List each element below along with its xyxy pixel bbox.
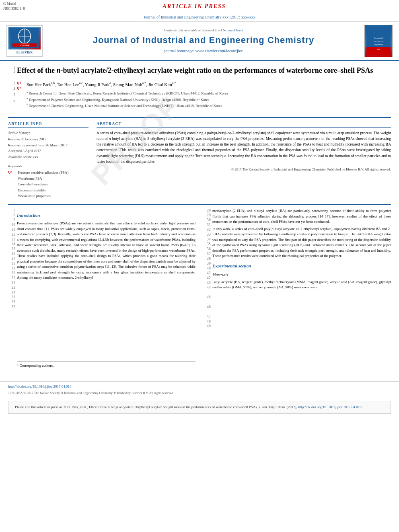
ln-25: 25 bbox=[8, 295, 15, 300]
keyword-2: Waterborne PSA bbox=[18, 176, 88, 181]
rln-49: 49 bbox=[204, 324, 211, 329]
affiliation-a: a Research Center for Green Fine Chemica… bbox=[27, 90, 391, 97]
received-date: Received 8 February 2017 bbox=[8, 137, 88, 142]
introduction-text: Pressure-sensitive adhesives (PSAs) are … bbox=[17, 221, 195, 281]
rln-28: 28 bbox=[204, 208, 211, 213]
article-info-abstract-section: ARTICLE INFO Article history: Received 8… bbox=[8, 121, 391, 200]
model-label: G Model bbox=[3, 2, 25, 6]
rln-45: 45 bbox=[204, 295, 211, 300]
rln-40: 40 bbox=[204, 266, 211, 271]
left-line-numbers: 7 8 9 10 11 12 13 14 15 16 17 18 19 20 2… bbox=[8, 208, 17, 368]
article-in-press-label: Article in Press bbox=[25, 2, 364, 11]
ln-19: 19 bbox=[8, 266, 15, 271]
article-title: Effect of the n-butyl acrylate/2-ethylhe… bbox=[17, 66, 391, 75]
q3-label: Q3 bbox=[8, 170, 16, 175]
cover-svg: Journal of Industrial and Engineering JI… bbox=[366, 27, 391, 55]
ln-17: 17 bbox=[8, 257, 15, 261]
jiec-code: JIEC 3382 1–8 bbox=[3, 6, 25, 11]
affiliation-c: c Department of Chemical Engineering, Ul… bbox=[27, 103, 391, 109]
ln-10: 10 bbox=[8, 223, 15, 228]
contents-text: Contents lists available at ScienceDirec… bbox=[164, 28, 222, 32]
ln-26: 26 bbox=[8, 300, 15, 305]
keyword-3: Core–shell emulsion bbox=[18, 182, 88, 187]
header-divider bbox=[8, 117, 391, 118]
rln-36: 36 bbox=[204, 247, 211, 252]
q2-label: Q2 bbox=[17, 86, 25, 90]
ln-7: 7 bbox=[8, 208, 15, 213]
journal-link-bar: Journal of Industrial and Engineering Ch… bbox=[0, 13, 399, 22]
article-info-column: ARTICLE INFO Article history: Received 8… bbox=[8, 121, 88, 200]
abstract-divider bbox=[8, 204, 391, 205]
rln-46: 46 bbox=[204, 305, 211, 310]
sciencedirect-link[interactable]: ScienceDirect bbox=[223, 28, 243, 32]
ln-27: 27 bbox=[8, 305, 15, 310]
rln-41: 41 bbox=[204, 271, 211, 276]
main-content: 1 2 Effect of the n-butyl acrylate/2-eth… bbox=[0, 61, 399, 374]
svg-text:Journal of: Journal of bbox=[374, 37, 383, 39]
journal-name: Journal of Industrial and Engineering Ch… bbox=[43, 34, 364, 47]
ln-23: 23 bbox=[8, 286, 15, 290]
revised-date: Received in revised form 26 March 2017 bbox=[8, 143, 88, 148]
materials-text: Butyl acrylate (BA, reagent grade), meth… bbox=[212, 279, 391, 290]
rln-32: 32 bbox=[204, 228, 211, 232]
journal-header: ELSEVIER ELSEVIER Contents lists availab… bbox=[0, 22, 399, 61]
journal-homepage: journal homepage: www.elsevier.com/locat… bbox=[43, 48, 364, 54]
homepage-url[interactable]: www.elsevier.com/locate/jiec bbox=[195, 49, 243, 53]
citation-box: Please cite this article in press as: S.… bbox=[8, 401, 391, 414]
body-section: 7 8 9 10 11 12 13 14 15 16 17 18 19 20 2… bbox=[8, 208, 391, 368]
abstract-header: ABSTRACT bbox=[97, 121, 391, 128]
copyright-line: © 2017 The Korean Society of Industrial … bbox=[97, 167, 391, 172]
body-left-column: 7 8 9 10 11 12 13 14 15 16 17 18 19 20 2… bbox=[8, 208, 195, 368]
affiliation-b: b Department of Polymer Science and Engi… bbox=[27, 97, 391, 103]
contents-available-line: Contents lists available at ScienceDirec… bbox=[43, 28, 364, 33]
issn-line: 1226-086X/© 2017 The Korean Society of I… bbox=[8, 391, 391, 395]
svg-text:JIEC: JIEC bbox=[376, 48, 381, 51]
introduction-title: Introduction bbox=[17, 212, 195, 218]
ln-21: 21 bbox=[8, 276, 15, 281]
ln-15: 15 bbox=[8, 247, 15, 252]
right-intro-paragraph: methacrylate (2-EHA) and n-butyl acrylat… bbox=[212, 208, 391, 259]
svg-text:ELSEVIER: ELSEVIER bbox=[20, 44, 30, 47]
line-num-5: 5 bbox=[8, 92, 15, 98]
line-num-2: 2 bbox=[8, 70, 15, 74]
history-label: Article history: bbox=[8, 130, 88, 136]
journal-title-block: Contents lists available at ScienceDirec… bbox=[43, 28, 364, 54]
article-info-header: ARTICLE INFO bbox=[8, 121, 88, 128]
ln-18: 18 bbox=[8, 261, 15, 266]
rln-37: 37 bbox=[204, 252, 211, 257]
article-footer: http://dx.doi.org/10.1016/j.jiec.2017.04… bbox=[0, 381, 399, 398]
citation-doi-link[interactable]: http://dx.doi.org/10.1016/j.jiec.2017.04… bbox=[298, 405, 362, 409]
ln-13: 13 bbox=[8, 237, 15, 242]
ln-9: 9 bbox=[8, 218, 15, 223]
top-bar-model: G Model JIEC 3382 1–8 bbox=[3, 2, 25, 11]
affiliations: a Research Center for Green Fine Chemica… bbox=[27, 90, 391, 109]
abstract-text: A series of core–shell pressure-sensitiv… bbox=[97, 130, 391, 172]
line-num-6: 6 bbox=[8, 98, 15, 104]
right-text: methacrylate (2-EHA) and n-butyl acrylat… bbox=[212, 208, 391, 329]
experimental-section-title: Experimental section bbox=[212, 263, 391, 269]
homepage-label: journal homepage: bbox=[165, 49, 195, 53]
line-num-3: 3 bbox=[8, 81, 15, 86]
keywords-label: Keywords: bbox=[8, 164, 88, 169]
journal-cover-image: Journal of Industrial and Engineering JI… bbox=[364, 25, 393, 57]
elsevier-label: ELSEVIER bbox=[8, 50, 41, 55]
rln-42: 42 bbox=[204, 276, 211, 281]
ln-16: 16 bbox=[8, 252, 15, 257]
rln-47: 47 bbox=[204, 314, 211, 319]
rln-43: 43 bbox=[204, 281, 211, 286]
rln-31: 31 bbox=[204, 223, 211, 228]
doi-link[interactable]: http://dx.doi.org/10.1016/j.jiec.2017.04… bbox=[8, 384, 391, 389]
rln-48: 48 bbox=[204, 319, 211, 324]
svg-text:Engineering: Engineering bbox=[374, 43, 383, 45]
line-num-4: 4 bbox=[8, 86, 15, 92]
body-right-column: 28 29 30 31 32 33 34 35 36 37 38 39 40 4… bbox=[204, 208, 391, 368]
left-text: Introduction Pressure-sensitive adhesive… bbox=[17, 208, 195, 368]
materials-subtitle: Materials bbox=[212, 272, 391, 278]
ln-8: 8 bbox=[8, 213, 15, 218]
keyword-5: Viscoelastic properties bbox=[18, 193, 88, 199]
line-num-1: 1 bbox=[8, 66, 15, 70]
ln-12: 12 bbox=[8, 232, 15, 237]
right-line-numbers: 28 29 30 31 32 33 34 35 36 37 38 39 40 4… bbox=[204, 208, 212, 329]
ln-22: 22 bbox=[8, 281, 15, 286]
elsevier-logo: ELSEVIER ELSEVIER bbox=[6, 25, 43, 57]
